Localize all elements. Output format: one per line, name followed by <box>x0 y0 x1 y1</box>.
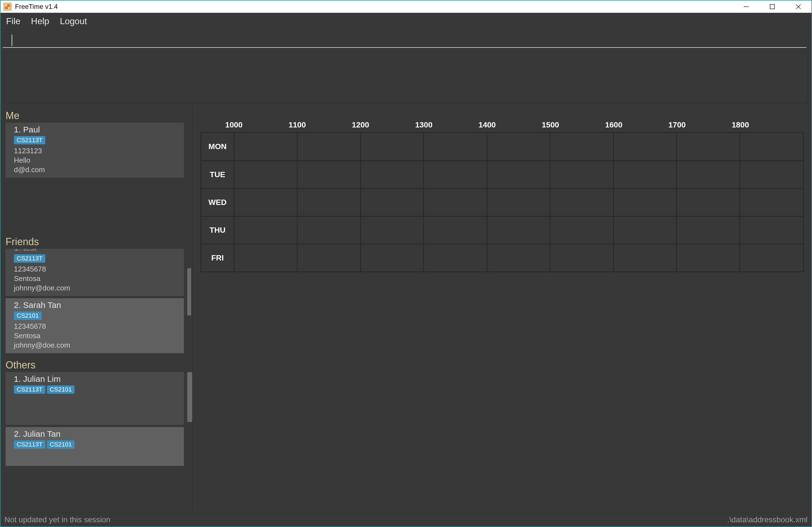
timetable-cell[interactable] <box>677 161 740 188</box>
timetable-cell[interactable] <box>361 133 424 161</box>
timetable-cell[interactable] <box>298 244 361 272</box>
timetable-cell[interactable] <box>550 216 613 244</box>
person-title: 1. Paul <box>14 125 179 134</box>
timetable-cell[interactable] <box>677 216 740 244</box>
timetable-cell[interactable] <box>677 188 740 216</box>
timetable-cell[interactable] <box>298 133 361 161</box>
timetable-cell[interactable] <box>740 216 803 244</box>
timetable-cell[interactable] <box>487 161 550 188</box>
friends-scrollbar[interactable] <box>187 268 191 316</box>
timetable-cell[interactable] <box>550 244 613 272</box>
timetable-hour-label: 1400 <box>455 119 519 132</box>
section-heading-me: Me <box>5 110 191 122</box>
timetable-cell[interactable] <box>550 161 613 188</box>
timetable-cell[interactable] <box>234 188 298 216</box>
timetable-cell[interactable] <box>234 161 298 188</box>
sidebar: Me 1. PaulCS2113T1123123Hellod@d.com Fri… <box>1 105 193 513</box>
timetable-cell[interactable] <box>424 161 487 188</box>
timetable-cell[interactable] <box>740 161 803 188</box>
timetable-cell[interactable] <box>234 216 298 244</box>
others-scrollbar[interactable] <box>187 372 192 422</box>
person-card[interactable]: 1. Julian LimCS2113TCS2101 <box>5 372 184 425</box>
timetable-body: MONTUEWEDTHUFRI <box>201 132 804 272</box>
timetable-cell[interactable] <box>361 188 424 216</box>
timetable-cell[interactable] <box>298 161 361 188</box>
tag-row: CS2113T <box>14 254 179 263</box>
section-heading-friends: Friends <box>5 236 191 248</box>
statusbar: Not updated yet in this session .\data\a… <box>1 513 811 526</box>
person-title: 1. Julian Lim <box>14 374 179 384</box>
timetable-cell[interactable] <box>361 161 424 188</box>
timetable-cell[interactable] <box>550 133 613 161</box>
timetable-cell[interactable] <box>677 244 740 272</box>
timetable-row: FRI <box>201 244 803 272</box>
svg-rect-6 <box>770 4 774 9</box>
timetable-day-label: FRI <box>201 244 234 272</box>
tag-row: CS2113T <box>14 136 179 144</box>
person-card[interactable]: 2. Julian TanCS2113TCS2101 <box>5 427 184 466</box>
minimize-button[interactable] <box>733 1 759 13</box>
timetable-row: THU <box>201 216 803 244</box>
timetable-cell[interactable] <box>424 133 487 161</box>
timetable-cell[interactable] <box>740 244 803 272</box>
timetable-cell[interactable] <box>361 216 424 244</box>
timetable: 100011001200130014001500160017001800 MON… <box>201 119 804 272</box>
timetable-cell[interactable] <box>487 188 550 216</box>
app-window: FreeTime v1.4 File Help Logout <box>0 0 812 527</box>
menu-help[interactable]: Help <box>31 16 49 26</box>
timetable-cell[interactable] <box>614 161 677 188</box>
timetable-cell[interactable] <box>677 133 740 161</box>
tag-row: CS2113TCS2101 <box>14 440 179 449</box>
timetable-hour-label: 1600 <box>582 119 645 132</box>
card-detail: 1123123 <box>14 146 179 156</box>
person-card[interactable]: 1. PaulCS2113T1123123Hellod@d.com <box>5 123 184 178</box>
timetable-cell[interactable] <box>298 216 361 244</box>
main-area: Me 1. PaulCS2113T1123123Hellod@d.com Fri… <box>1 105 811 513</box>
status-path: .\data\addressbook.xml <box>727 515 808 524</box>
timetable-cell[interactable] <box>740 188 803 216</box>
timetable-cell[interactable] <box>487 216 550 244</box>
timetable-cell[interactable] <box>424 244 487 272</box>
close-button[interactable] <box>785 1 811 13</box>
result-display <box>4 52 808 103</box>
svg-rect-3 <box>5 7 7 9</box>
timetable-cell[interactable] <box>424 216 487 244</box>
timetable-cell[interactable] <box>487 244 550 272</box>
card-detail: d@d.com <box>14 165 179 174</box>
timetable-cell[interactable] <box>550 188 613 216</box>
titlebar: FreeTime v1.4 <box>1 1 811 13</box>
timetable-hour-label: 1800 <box>709 119 772 132</box>
person-card[interactable]: 1. testCS2113T12345678Sentosajohnny@doe.… <box>5 249 184 296</box>
timetable-cell[interactable] <box>487 133 550 161</box>
maximize-button[interactable] <box>759 1 785 13</box>
card-detail: Sentosa <box>14 274 179 283</box>
timetable-hour-label: 1500 <box>519 119 582 132</box>
tag: CS2113T <box>14 254 45 263</box>
timetable-row: TUE <box>201 161 803 188</box>
timetable-hour-label: 1300 <box>392 119 455 132</box>
timetable-cell[interactable] <box>614 216 677 244</box>
timetable-cell[interactable] <box>740 133 803 161</box>
person-card[interactable]: 2. Sarah TanCS210112345678Sentosajohnny@… <box>5 298 184 353</box>
timetable-cell[interactable] <box>614 188 677 216</box>
timetable-cell[interactable] <box>298 188 361 216</box>
timetable-cell[interactable] <box>234 133 298 161</box>
friends-list: 1. testCS2113T12345678Sentosajohnny@doe.… <box>5 249 191 355</box>
timetable-cell[interactable] <box>614 133 677 161</box>
timetable-day-label: MON <box>201 133 234 161</box>
timetable-cell[interactable] <box>614 244 677 272</box>
command-input[interactable] <box>3 32 807 48</box>
menu-logout[interactable]: Logout <box>60 16 87 26</box>
text-caret <box>12 34 12 46</box>
menu-file[interactable]: File <box>6 16 20 26</box>
timetable-cell[interactable] <box>361 244 424 272</box>
card-detail: johnny@doe.com <box>14 283 179 293</box>
timetable-row: MON <box>201 133 803 161</box>
svg-rect-4 <box>8 7 10 9</box>
timetable-cell[interactable] <box>234 244 298 272</box>
timetable-header: 100011001200130014001500160017001800 <box>201 119 804 132</box>
timetable-panel: 100011001200130014001500160017001800 MON… <box>193 105 811 513</box>
person-title: 2. Sarah Tan <box>14 301 179 310</box>
me-list: 1. PaulCS2113T1123123Hellod@d.com <box>5 123 191 178</box>
timetable-cell[interactable] <box>424 188 487 216</box>
